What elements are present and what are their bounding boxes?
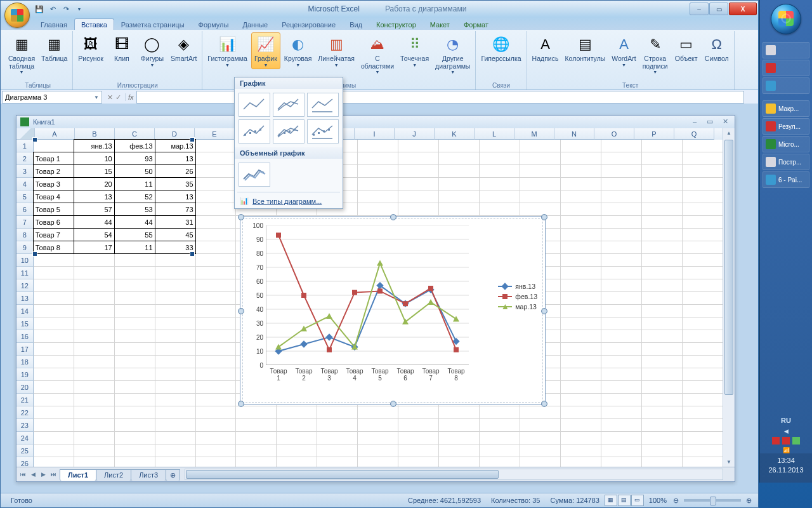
- cell[interactable]: [196, 241, 237, 254]
- ribbon-wordart-button[interactable]: AWordArt▼: [609, 32, 638, 69]
- ribbon-tab-5[interactable]: Рецензирование: [275, 18, 343, 30]
- sheet-nav-prev[interactable]: ◀: [28, 471, 38, 478]
- cell[interactable]: [683, 241, 723, 254]
- cell[interactable]: [642, 356, 683, 368]
- cell[interactable]: янв.13: [74, 139, 115, 152]
- cell[interactable]: [74, 406, 115, 419]
- window-titlebar[interactable]: 💾 ↶ ↷ ▼ Microsoft ExcelРабота с диаграмм…: [1, 1, 758, 17]
- cell[interactable]: [196, 457, 237, 467]
- undo-icon[interactable]: ↶: [47, 3, 58, 15]
- cell[interactable]: [317, 457, 358, 467]
- cell[interactable]: 35: [155, 177, 196, 190]
- cell[interactable]: [642, 165, 683, 178]
- cell[interactable]: [155, 279, 196, 292]
- cell[interactable]: [642, 406, 683, 419]
- cell[interactable]: [358, 190, 398, 203]
- ribbon-sigline-button[interactable]: ✎Строкаподписи▼: [640, 32, 671, 76]
- cell[interactable]: [683, 356, 723, 368]
- cell[interactable]: [601, 229, 642, 241]
- cell[interactable]: [439, 432, 480, 444]
- cell[interactable]: [683, 444, 723, 457]
- row-header[interactable]: 11: [16, 267, 34, 279]
- cell[interactable]: [561, 254, 601, 267]
- cell[interactable]: [74, 330, 115, 343]
- cell[interactable]: [601, 368, 642, 381]
- cell[interactable]: [642, 140, 683, 152]
- cell[interactable]: [398, 457, 439, 467]
- cell[interactable]: [683, 203, 723, 216]
- cell[interactable]: [683, 432, 723, 444]
- cell[interactable]: [196, 292, 237, 305]
- cell[interactable]: [561, 318, 601, 330]
- column-header[interactable]: K: [435, 128, 475, 140]
- cell[interactable]: [601, 419, 642, 432]
- cell[interactable]: [439, 444, 480, 457]
- chart-type-line-4[interactable]: [273, 119, 304, 144]
- sheet-nav-first[interactable]: ⏮: [18, 471, 28, 478]
- ribbon-line-button[interactable]: 📈График▼: [251, 32, 280, 69]
- maximize-button[interactable]: ▭: [709, 3, 728, 15]
- cell[interactable]: [642, 394, 683, 406]
- cell[interactable]: [683, 381, 723, 394]
- sheet-tab[interactable]: Лист3: [131, 469, 166, 481]
- cell[interactable]: [155, 419, 196, 432]
- cell[interactable]: [34, 267, 74, 279]
- cell[interactable]: 15: [74, 164, 115, 178]
- name-box[interactable]: Диаграмма 3▼: [2, 91, 102, 104]
- cell[interactable]: [439, 419, 480, 432]
- cell[interactable]: [601, 381, 642, 394]
- cell[interactable]: [642, 190, 683, 203]
- start-button[interactable]: [771, 4, 801, 34]
- cell[interactable]: [115, 432, 155, 444]
- cell[interactable]: [196, 305, 237, 318]
- cell[interactable]: 45: [155, 228, 196, 241]
- cell[interactable]: [480, 457, 520, 467]
- column-header[interactable]: I: [355, 128, 395, 140]
- cell[interactable]: [642, 152, 683, 165]
- cell[interactable]: [74, 279, 115, 292]
- save-icon[interactable]: 💾: [34, 3, 45, 15]
- row-header[interactable]: 2: [16, 152, 34, 165]
- tray-icons[interactable]: [760, 437, 812, 444]
- chart-type-line-5[interactable]: [307, 119, 339, 144]
- taskbar-clock[interactable]: 13:3426.11.2013: [760, 453, 812, 483]
- row-header[interactable]: 9: [16, 241, 34, 254]
- cell[interactable]: [317, 406, 358, 419]
- cell[interactable]: [683, 457, 723, 467]
- cell[interactable]: [155, 343, 196, 356]
- cell[interactable]: [398, 152, 439, 165]
- cell[interactable]: [196, 444, 237, 457]
- cell[interactable]: [520, 457, 561, 467]
- cell[interactable]: 31: [155, 215, 196, 229]
- cell[interactable]: [34, 305, 74, 318]
- cell[interactable]: [683, 178, 723, 190]
- cell[interactable]: Товар 6: [33, 215, 74, 229]
- column-header[interactable]: O: [594, 128, 634, 140]
- cell[interactable]: [601, 267, 642, 279]
- row-header[interactable]: 18: [16, 356, 34, 368]
- cell[interactable]: [561, 356, 601, 368]
- cell[interactable]: [155, 432, 196, 444]
- cell[interactable]: [642, 203, 683, 216]
- cell[interactable]: [683, 305, 723, 318]
- cell[interactable]: [196, 140, 237, 152]
- cell[interactable]: [561, 165, 601, 178]
- cell[interactable]: [358, 432, 398, 444]
- cell[interactable]: [115, 254, 155, 267]
- vertical-scrollbar[interactable]: ▲▼: [723, 128, 735, 467]
- cell[interactable]: 44: [74, 215, 115, 229]
- cell[interactable]: [520, 152, 561, 165]
- cell[interactable]: [74, 432, 115, 444]
- zoom-slider[interactable]: [684, 499, 741, 502]
- cell[interactable]: фев.13: [114, 139, 155, 152]
- cell[interactable]: [642, 318, 683, 330]
- cell[interactable]: [520, 444, 561, 457]
- ribbon-tab-0[interactable]: Главная: [34, 18, 74, 30]
- cell[interactable]: [561, 279, 601, 292]
- fx-icon[interactable]: fx: [125, 93, 136, 101]
- cell[interactable]: 26: [155, 164, 196, 178]
- cell[interactable]: [115, 318, 155, 330]
- cell[interactable]: [74, 394, 115, 406]
- row-header[interactable]: 7: [16, 216, 34, 229]
- cell[interactable]: [155, 444, 196, 457]
